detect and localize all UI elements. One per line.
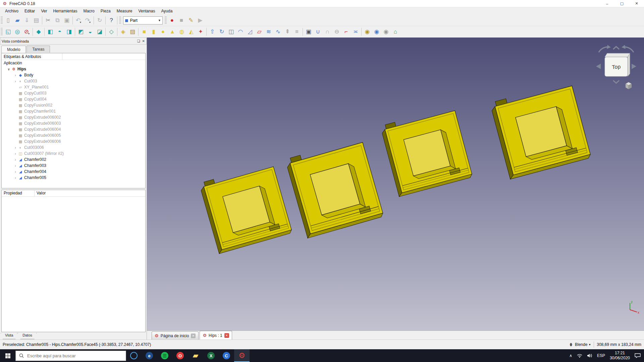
- menu-ayuda[interactable]: Ayuda: [158, 8, 176, 14]
- close-button[interactable]: ✕: [629, 0, 644, 7]
- group-icon[interactable]: ▨: [128, 27, 137, 36]
- convert-solid-icon[interactable]: ◉: [382, 27, 390, 36]
- value-column-header[interactable]: Valor: [35, 190, 48, 196]
- toolbar-grip[interactable]: [165, 16, 167, 24]
- chamfer-icon[interactable]: ◿: [246, 27, 254, 36]
- chevron-icon[interactable]: ›: [13, 73, 18, 77]
- chevron-icon[interactable]: ›: [13, 146, 18, 149]
- tray-chevron-icon[interactable]: ∧: [569, 353, 572, 358]
- tree-item[interactable]: ›◫Cut003007 (Mirror #2): [2, 150, 145, 157]
- tree-item[interactable]: ▩CopyExtrude006004: [2, 126, 145, 132]
- measure-icon[interactable]: ◇: [107, 27, 116, 36]
- menu-macro[interactable]: Macro: [80, 8, 97, 14]
- check-geometry-icon[interactable]: ◉: [363, 27, 372, 36]
- view-top-icon[interactable]: ◓: [55, 27, 64, 36]
- mirror-icon[interactable]: ◫: [227, 27, 235, 36]
- edge-icon[interactable]: e: [142, 349, 157, 362]
- taskbar-clock[interactable]: 17:21 30/06/2020: [610, 351, 630, 361]
- boolean-common-icon[interactable]: ∩: [323, 27, 332, 36]
- navcube-top-face[interactable]: [605, 53, 630, 57]
- revolve-icon[interactable]: ↻: [217, 27, 226, 36]
- view-axonometric-icon[interactable]: ◆: [34, 27, 43, 36]
- tree-item[interactable]: ›◢Chamfer003: [2, 163, 145, 169]
- cut-icon[interactable]: ✂: [44, 16, 52, 25]
- boolean-union-icon[interactable]: ∪: [314, 27, 322, 36]
- combo-tab-tareas[interactable]: Tareas: [26, 46, 50, 53]
- menu-ventanas[interactable]: Ventanas: [135, 8, 158, 14]
- undo-icon[interactable]: ↶▾: [74, 16, 83, 25]
- taskbar-search[interactable]: [15, 351, 126, 361]
- print-icon[interactable]: ▤: [32, 16, 41, 25]
- copy-icon[interactable]: ⧉: [53, 16, 62, 25]
- create-primitives-icon[interactable]: ◭: [187, 27, 196, 36]
- minimize-button[interactable]: –: [600, 0, 614, 7]
- tree-item[interactable]: ›◢Chamfer005: [2, 175, 145, 181]
- menu-archivo[interactable]: Archivo: [2, 8, 21, 14]
- torus-icon[interactable]: ◍: [177, 27, 186, 36]
- cortana-button[interactable]: [126, 349, 142, 362]
- tab-close-icon[interactable]: ✕: [224, 333, 229, 338]
- ruled-surface-icon[interactable]: ▱: [255, 27, 264, 36]
- chevron-icon[interactable]: ›: [13, 79, 18, 83]
- toolbar-grip[interactable]: [119, 16, 121, 24]
- navcube-right-face[interactable]: [628, 53, 630, 76]
- sphere-icon[interactable]: ●: [159, 27, 167, 36]
- extrude-icon[interactable]: ⇧: [208, 27, 217, 36]
- browser-icon[interactable]: C: [219, 349, 234, 362]
- chevron-icon[interactable]: ›: [13, 152, 18, 156]
- tree-item[interactable]: ›◢Chamfer002: [2, 157, 145, 163]
- workbench-selector[interactable]: ◼Part▼: [123, 16, 163, 24]
- compound-icon[interactable]: ▣: [304, 27, 313, 36]
- cylinder-icon[interactable]: ▮: [149, 27, 158, 36]
- boolean-cut-icon[interactable]: ⊖: [332, 27, 341, 36]
- defeaturing-icon[interactable]: ⌂: [391, 27, 400, 36]
- view-left-icon[interactable]: ◪: [95, 27, 104, 36]
- maximize-button[interactable]: ▢: [614, 0, 629, 7]
- menu-pieza[interactable]: Pieza: [98, 8, 114, 14]
- volume-icon[interactable]: [587, 353, 592, 358]
- redo-icon[interactable]: ↷▾: [84, 16, 92, 25]
- opera-icon[interactable]: O: [172, 349, 188, 362]
- create-part-icon[interactable]: ◈: [119, 27, 127, 36]
- draw-style-icon[interactable]: ⊘▾: [22, 27, 31, 36]
- tree-item[interactable]: ›◐Cut003006: [2, 144, 145, 150]
- paste-icon[interactable]: ▣: [62, 16, 71, 25]
- chevron-icon[interactable]: ∨: [6, 67, 11, 71]
- stop-macro-icon[interactable]: ■: [177, 16, 186, 25]
- tree-item[interactable]: ▱XY_Plane001: [2, 84, 145, 90]
- freecad-icon[interactable]: ⚙: [234, 349, 250, 362]
- thickness-icon[interactable]: ≡: [292, 27, 301, 36]
- view-rear-icon[interactable]: ◩: [76, 27, 85, 36]
- menu-measure[interactable]: Measure: [114, 8, 136, 14]
- view-bottom-icon[interactable]: ◒: [86, 27, 95, 36]
- menu-ver[interactable]: Ver: [38, 8, 50, 14]
- chevron-icon[interactable]: ›: [13, 170, 18, 174]
- tree-item[interactable]: ▩CopyFusion002: [2, 102, 145, 108]
- property-column-header[interactable]: Propiedad: [2, 190, 35, 196]
- property-editor-panel[interactable]: Propiedad Valor: [1, 190, 146, 332]
- chevron-icon[interactable]: ›: [13, 176, 18, 180]
- tree-item[interactable]: ∨⚙Hips: [2, 66, 145, 72]
- box-icon[interactable]: ■: [140, 27, 149, 36]
- tree-item[interactable]: ▩CopyExtrude006003: [2, 120, 145, 126]
- tree-item[interactable]: ▩CopyChamfer001: [2, 108, 145, 114]
- offset-icon[interactable]: ⇞: [283, 27, 292, 36]
- fit-all-icon[interactable]: ◱: [4, 27, 12, 36]
- toolbar-grip[interactable]: [1, 16, 3, 24]
- tree-item[interactable]: ›◆Body: [2, 72, 145, 78]
- menu-herramientas[interactable]: Herramientas: [50, 8, 80, 14]
- section-icon[interactable]: ⌐: [342, 27, 351, 36]
- refine-shape-icon[interactable]: ◉: [372, 27, 381, 36]
- tab-hips-document[interactable]: ⚙ Hips : 1 ✕: [200, 331, 232, 340]
- excel-icon[interactable]: X: [203, 349, 219, 362]
- 3d-viewport[interactable]: Top y x: [147, 38, 644, 330]
- menu-editar[interactable]: Editar: [21, 8, 38, 14]
- model-tree-panel[interactable]: Etiquetas & Atributos Aplicación ∨⚙Hips›…: [1, 53, 146, 188]
- chevron-icon[interactable]: ›: [13, 158, 18, 162]
- play-macro-icon[interactable]: ▶: [196, 16, 205, 25]
- mini-cube-icon[interactable]: [626, 82, 632, 89]
- whats-this-icon[interactable]: ?: [107, 16, 116, 25]
- tab-vista[interactable]: Vista: [1, 333, 17, 339]
- tab-start-page[interactable]: ⚙ Página de inicio ✕: [152, 331, 199, 340]
- toolbar-grip[interactable]: [1, 28, 3, 36]
